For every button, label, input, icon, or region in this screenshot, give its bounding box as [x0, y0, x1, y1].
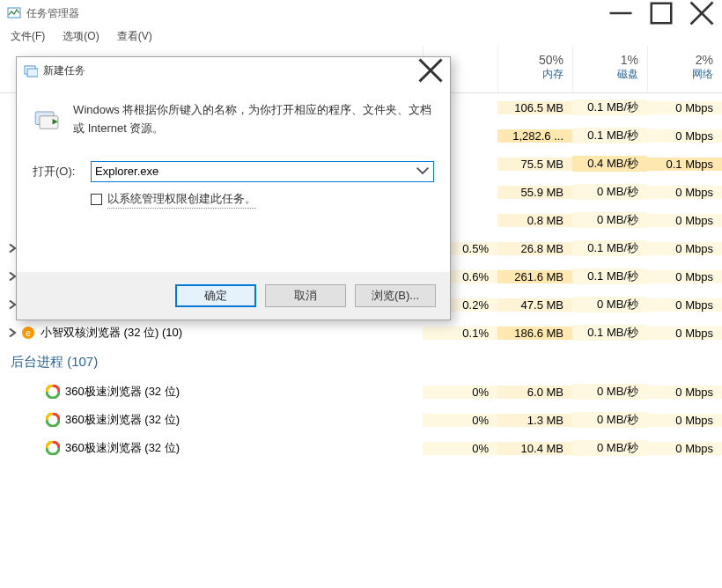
network-value: 0 Mbps	[647, 414, 722, 427]
maximize-button[interactable]	[641, 0, 681, 26]
memory-value: 1.3 MB	[497, 414, 572, 427]
network-value: 0 Mbps	[647, 101, 722, 114]
dialog-message: Windows 将根据你所键入的名称，为你打开相应的程序、文件夹、文档或 Int…	[73, 101, 434, 138]
network-value: 0.1 Mbps	[647, 158, 722, 171]
memory-value: 75.5 MB	[497, 158, 572, 171]
open-combo[interactable]	[91, 161, 434, 182]
cancel-button[interactable]: 取消	[265, 284, 346, 307]
svg-point-16	[50, 389, 55, 394]
task-manager-titlebar: 任务管理器	[0, 0, 722, 26]
memory-value: 6.0 MB	[497, 386, 572, 399]
disk-value: 0 MB/秒	[572, 384, 647, 400]
menu-bar: 文件(F) 选项(O) 查看(V)	[0, 26, 722, 46]
disk-value: 0.1 MB/秒	[572, 268, 647, 284]
360-icon	[46, 413, 60, 427]
process-row[interactable]: 360极速浏览器 (32 位)0%1.3 MB0 MB/秒0 Mbps	[0, 406, 722, 434]
network-value: 0 Mbps	[647, 270, 722, 283]
admin-checkbox-label[interactable]: 以系统管理权限创建此任务。	[107, 191, 256, 209]
360-icon	[46, 441, 60, 455]
menu-view[interactable]: 查看(V)	[112, 27, 158, 46]
network-value: 0 Mbps	[647, 442, 722, 455]
cpu-value: 0%	[423, 386, 497, 399]
svg-point-18	[50, 417, 55, 423]
background-processes-title: 后台进程 (107)	[0, 347, 722, 378]
process-row[interactable]: 360极速浏览器 (32 位)0%6.0 MB0 MB/秒0 Mbps	[0, 378, 722, 406]
process-row[interactable]: e小智双核浏览器 (32 位) (10)0.1%186.6 MB0.1 MB/秒…	[0, 319, 722, 347]
expand-icon[interactable]	[7, 327, 18, 338]
svg-rect-2	[652, 4, 672, 24]
new-task-dialog: 新建任务 Windows 将根据你所键入的名称，为你打开相应的程序、文件夹、文档…	[16, 56, 451, 320]
task-manager-icon	[7, 6, 21, 20]
dialog-body: Windows 将根据你所键入的名称，为你打开相应的程序、文件夹、文档或 Int…	[17, 84, 450, 272]
network-value: 0 Mbps	[647, 386, 722, 399]
disk-value: 0.4 MB/秒	[572, 156, 647, 172]
cpu-value: 0.1%	[423, 327, 497, 340]
menu-file[interactable]: 文件(F)	[5, 27, 50, 46]
process-name: 360极速浏览器 (32 位)	[65, 412, 180, 428]
network-value: 0 Mbps	[647, 298, 722, 312]
memory-value: 0.8 MB	[497, 214, 572, 227]
network-value: 0 Mbps	[647, 242, 722, 255]
disk-value: 0 MB/秒	[572, 184, 647, 200]
close-button[interactable]	[681, 0, 722, 26]
svg-rect-22	[27, 69, 38, 77]
run-icon	[24, 63, 38, 77]
memory-value: 1,282.6 ...	[497, 129, 572, 143]
disk-value: 0 MB/秒	[572, 440, 647, 456]
disk-value: 0 MB/秒	[572, 212, 647, 228]
disk-value: 0.1 MB/秒	[572, 128, 647, 143]
process-name-cell[interactable]: 360极速浏览器 (32 位)	[0, 412, 423, 428]
cpu-value: 0%	[423, 442, 497, 455]
cpu-value: 0%	[423, 414, 497, 427]
disk-value: 0.1 MB/秒	[572, 240, 647, 256]
open-label: 打开(O):	[33, 164, 91, 180]
minimize-button[interactable]	[600, 0, 641, 26]
memory-value: 261.6 MB	[497, 270, 572, 283]
dialog-titlebar[interactable]: 新建任务	[17, 57, 450, 84]
process-name: 360极速浏览器 (32 位)	[65, 440, 180, 456]
360-icon	[46, 385, 60, 399]
e-icon: e	[21, 326, 35, 340]
admin-checkbox[interactable]	[91, 194, 102, 205]
process-row[interactable]: 360极速浏览器 (32 位)0%10.4 MB0 MB/秒0 Mbps	[0, 434, 722, 462]
svg-point-20	[50, 445, 55, 451]
menu-options[interactable]: 选项(O)	[57, 27, 104, 46]
combo-dropdown-icon[interactable]	[416, 166, 430, 177]
dialog-title: 新建任务	[43, 63, 85, 78]
memory-value: 186.6 MB	[497, 327, 572, 340]
disk-value: 0.1 MB/秒	[572, 325, 647, 341]
process-name: 360极速浏览器 (32 位)	[65, 384, 180, 400]
memory-value: 26.8 MB	[497, 242, 572, 255]
network-value: 0 Mbps	[647, 327, 722, 340]
memory-value: 47.5 MB	[497, 298, 572, 312]
dialog-close-button[interactable]	[411, 57, 450, 84]
disk-value: 0 MB/秒	[572, 412, 647, 428]
open-input[interactable]	[95, 165, 416, 178]
ok-button[interactable]: 确定	[175, 284, 256, 307]
column-memory[interactable]: 50% 内存	[497, 46, 572, 92]
network-value: 0 Mbps	[647, 186, 722, 199]
column-network[interactable]: 2% 网络	[647, 46, 722, 92]
svg-text:e: e	[26, 328, 31, 338]
dialog-footer: 确定 取消 浏览(B)...	[17, 272, 450, 320]
memory-value: 10.4 MB	[497, 442, 572, 455]
memory-value: 106.5 MB	[497, 101, 572, 114]
network-value: 0 Mbps	[647, 129, 722, 143]
process-name-cell[interactable]: 360极速浏览器 (32 位)	[0, 440, 423, 456]
run-large-icon	[33, 101, 61, 136]
disk-value: 0 MB/秒	[572, 297, 647, 312]
browse-button[interactable]: 浏览(B)...	[355, 284, 436, 307]
column-disk[interactable]: 1% 磁盘	[572, 46, 647, 92]
disk-value: 0.1 MB/秒	[572, 99, 647, 115]
task-manager-title: 任务管理器	[26, 6, 79, 21]
window-controls	[600, 0, 722, 26]
network-value: 0 Mbps	[647, 214, 722, 227]
process-name-cell[interactable]: e小智双核浏览器 (32 位) (10)	[0, 325, 423, 341]
process-name-cell[interactable]: 360极速浏览器 (32 位)	[0, 384, 423, 400]
memory-value: 55.9 MB	[497, 186, 572, 199]
process-name: 小智双核浏览器 (32 位) (10)	[41, 325, 182, 341]
